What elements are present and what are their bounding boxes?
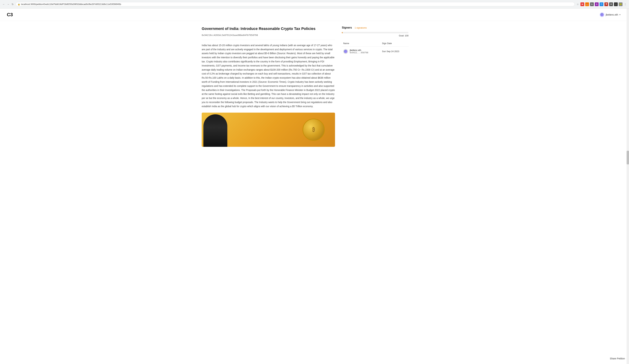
progress-section: Goal: 100 (342, 32, 409, 37)
scrollbar-area[interactable] (627, 8, 629, 364)
ext-3[interactable]: O (595, 2, 599, 6)
user-menu[interactable]: jbettenc.eth ▾ (598, 11, 622, 18)
signatures-badge: 1 signatures (355, 26, 367, 29)
bookmark-icon[interactable]: ☆ (576, 2, 579, 6)
scrollbar-thumb[interactable] (627, 151, 629, 164)
signer-avatar-image (344, 50, 347, 53)
petition-address: 0x94219cc4203dc3e8791243aae98be04f6f9507… (202, 34, 335, 40)
signers-panel: Signers 1 signatures Goal: 100 Name Sign… (342, 26, 409, 147)
share-petition-button[interactable]: Share Petition (610, 357, 625, 360)
progress-bar-fill (342, 32, 342, 33)
chevron-down-icon: ▾ (620, 13, 621, 16)
petition-image: ₿ (202, 113, 335, 147)
address-bar[interactable]: 🔒 localhost:3000/petition/0xeb116d7bb819… (16, 2, 575, 6)
app-header: C3 jbettenc.eth ▾ (0, 8, 629, 21)
signer-address: 0x9421...950798 (350, 51, 368, 54)
table-row: jbettenc.eth 0x9421...950798 Sun Sep 24 … (342, 46, 409, 56)
person-silhouette (203, 114, 227, 147)
user-name: jbettenc.eth (606, 13, 618, 16)
signer-details: jbettenc.eth 0x9421...950798 (350, 49, 368, 54)
url-text: localhost:3000/petition/0xeb116d7bb819df… (21, 3, 121, 5)
signers-title: Signers (342, 26, 352, 29)
ext-8[interactable]: 🐸 (619, 2, 623, 6)
signer-name: jbettenc.eth (350, 49, 368, 51)
signers-header: Signers 1 signatures (342, 26, 409, 29)
lock-icon: 🔒 (18, 3, 20, 5)
column-name: Name (342, 40, 381, 46)
signers-table: Name Sign Date jbettenc.eth 0x9421...950… (342, 40, 409, 56)
signer-info: jbettenc.eth 0x9421...950798 (343, 49, 379, 54)
browser-controls: ← → ↻ (2, 2, 14, 6)
page-wrapper: C3 jbettenc.eth ▾ Government of India: I… (0, 8, 629, 364)
forward-button[interactable]: → (6, 2, 10, 6)
ext-2[interactable]: S (590, 2, 594, 6)
ext-7[interactable]: □ (614, 2, 618, 6)
petition-title: Government of India: Introduce Reasonabl… (202, 26, 335, 31)
browser-chrome: ← → ↻ 🔒 localhost:3000/petition/0xeb116d… (0, 0, 629, 8)
avatar-image (600, 13, 604, 16)
ext-1[interactable]: 🦊 (585, 2, 589, 6)
signers-table-head: Name Sign Date (342, 40, 409, 46)
progress-bar-container (342, 32, 409, 33)
reload-button[interactable]: ↻ (11, 2, 14, 6)
ext-5[interactable]: ❤ (604, 2, 608, 6)
back-button[interactable]: ← (2, 2, 5, 6)
avatar (600, 12, 604, 17)
app-logo: C3 (7, 12, 13, 17)
bitcoin-coin: ₿ (303, 119, 325, 141)
signer-date-cell: Sun Sep 24 2023 (381, 46, 409, 56)
ext-4[interactable]: ⬡ (600, 2, 603, 6)
column-sign-date: Sign Date (381, 40, 409, 46)
main-content: Government of India: Introduce Reasonabl… (195, 21, 434, 152)
signer-avatar (343, 49, 348, 54)
ext-6[interactable]: ★ (609, 2, 613, 6)
petition-content: Government of India: Introduce Reasonabl… (202, 26, 335, 147)
ext-metamask[interactable]: M (581, 2, 584, 6)
petition-body: India has about 15-20 million crypto Inv… (202, 43, 335, 109)
browser-extensions: ☆ M 🦊 S O ⬡ ❤ ★ □ 🐸 ⋮ (576, 2, 627, 6)
browser-menu-icon[interactable]: ⋮ (624, 2, 627, 6)
signer-name-cell: jbettenc.eth 0x9421...950798 (342, 46, 381, 56)
progress-goal: Goal: 100 (342, 34, 409, 37)
signers-table-body: jbettenc.eth 0x9421...950798 Sun Sep 24 … (342, 46, 409, 56)
